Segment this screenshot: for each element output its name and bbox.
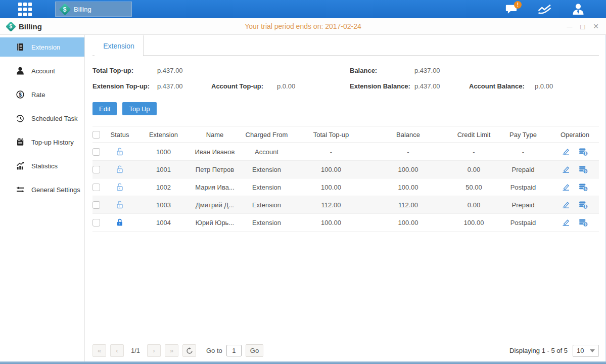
cell-total-topup: 112.00 xyxy=(298,196,364,214)
row-checkbox[interactable] xyxy=(92,166,100,173)
lock-closed-icon xyxy=(115,218,124,227)
sidebar-item-extension[interactable]: Extension xyxy=(0,37,84,57)
col-status: Status xyxy=(107,126,132,143)
cell-pay-type: Prepaid xyxy=(495,196,551,214)
cell-charged-from: Extension xyxy=(235,214,298,232)
window-bottom-edge xyxy=(0,361,606,364)
total-topup-label: Total Top-up: xyxy=(92,63,157,78)
last-page-button[interactable]: » xyxy=(165,344,178,357)
balance-label: Balance: xyxy=(350,63,414,78)
sidebar-item-general-settings[interactable]: General Settings xyxy=(0,180,84,199)
cell-credit-limit: - xyxy=(452,143,495,161)
edit-pencil-icon[interactable] xyxy=(562,201,571,209)
lock-open-icon xyxy=(115,200,124,209)
next-page-button[interactable]: › xyxy=(147,344,161,357)
edit-pencil-icon[interactable] xyxy=(562,165,571,173)
account-topup-label: Account Top-up: xyxy=(211,78,277,94)
window-controls: — □ ✕ xyxy=(567,23,599,30)
sliders-icon xyxy=(16,185,25,194)
minimize-icon[interactable]: — xyxy=(567,24,572,29)
lock-open-icon xyxy=(115,165,124,174)
tab-extension-label: Extension xyxy=(103,42,134,50)
extension-table-body: 1000 Иван Иванов Account - - - - xyxy=(92,143,599,232)
edit-pencil-icon[interactable] xyxy=(562,218,571,226)
cell-total-topup: - xyxy=(298,143,364,161)
cell-extension: 1003 xyxy=(132,196,195,214)
sidebar-item-account[interactable]: Account xyxy=(0,61,84,80)
topup-coins-icon[interactable]: $ xyxy=(579,218,588,227)
topup-coins-icon[interactable]: $ xyxy=(579,148,588,156)
svg-text:$: $ xyxy=(584,187,586,191)
extension-balance-label: Extension Balance: xyxy=(350,78,414,94)
cell-pay-type: Postpaid xyxy=(495,214,551,232)
balance-value: p.437.00 xyxy=(414,63,469,78)
select-all-checkbox[interactable] xyxy=(92,131,100,139)
cell-balance: - xyxy=(364,143,452,161)
extension-topup-value: p.437.00 xyxy=(157,78,211,94)
cell-balance: 100.00 xyxy=(364,178,452,196)
row-checkbox[interactable] xyxy=(92,201,100,209)
edit-pencil-icon[interactable] xyxy=(562,148,571,156)
topup-coins-icon[interactable]: $ xyxy=(579,201,588,209)
edit-button[interactable]: Edit xyxy=(92,102,117,115)
cell-total-topup: 100.00 xyxy=(298,161,364,178)
billing-diamond-icon: $ xyxy=(59,3,71,15)
goto-page-input[interactable] xyxy=(226,345,242,356)
tab-extension[interactable]: Extension xyxy=(95,35,144,56)
go-button[interactable]: Go xyxy=(246,344,263,357)
billing-summary: Total Top-up: p.437.00 Balance: p.437.00… xyxy=(92,63,599,94)
sidebar-item-rate[interactable]: $ Rate xyxy=(0,85,84,104)
row-checkbox[interactable] xyxy=(92,148,100,156)
user-icon[interactable] xyxy=(572,3,585,15)
row-checkbox[interactable] xyxy=(92,219,100,226)
cell-name: Мария Ива... xyxy=(195,178,235,196)
first-page-button[interactable]: « xyxy=(92,344,106,357)
topup-coins-icon[interactable]: $ xyxy=(579,183,588,192)
sidebar-item-statistics[interactable]: Statistics xyxy=(0,156,84,175)
top-up-button[interactable]: Top Up xyxy=(122,102,156,115)
billing-app-window: $ Billing ! xyxy=(0,0,606,364)
page-size-select[interactable]: 10 xyxy=(573,345,599,357)
sidebar-item-label: General Settings xyxy=(31,186,80,194)
message-icon[interactable]: ! xyxy=(505,4,518,15)
sidebar: Extension Account $ Rate xyxy=(0,35,85,361)
edit-pencil-icon[interactable] xyxy=(562,183,571,191)
sidebar-item-topup-history[interactable]: Top-up History xyxy=(0,132,84,152)
table-row: 1003 Дмитрий Д... Extension 112.00 112.0… xyxy=(92,196,599,214)
col-extension: Extension xyxy=(132,126,195,143)
action-buttons: Edit Top Up xyxy=(92,102,599,115)
cell-extension: 1002 xyxy=(132,178,195,196)
taskbar-tab-billing[interactable]: $ Billing xyxy=(55,2,132,17)
table-header-row: Status Extension Name Charged From Total… xyxy=(92,126,599,143)
svg-text:$: $ xyxy=(19,92,22,98)
chart-icon[interactable] xyxy=(538,4,551,15)
apps-grid-icon[interactable] xyxy=(18,3,32,16)
col-name: Name xyxy=(195,126,235,143)
cell-credit-limit: 100.00 xyxy=(452,214,495,232)
displaying-text: Displaying 1 - 5 of 5 xyxy=(509,347,568,354)
prev-page-button[interactable]: ‹ xyxy=(110,344,124,357)
sidebar-item-label: Statistics xyxy=(31,162,58,170)
cell-extension: 1001 xyxy=(132,161,195,178)
cell-pay-type: - xyxy=(495,143,551,161)
sidebar-item-scheduled-task[interactable]: Scheduled Task xyxy=(0,109,84,128)
main-content: Extension Total Top-up: p.437.00 Balance… xyxy=(85,35,606,361)
cell-name: Юрий Юрь... xyxy=(195,214,235,232)
notebook-icon xyxy=(16,138,25,147)
cell-name: Иван Иванов xyxy=(195,143,235,161)
table-row: 1004 Юрий Юрь... Extension 100.00 100.00… xyxy=(92,214,599,232)
table-row: 1000 Иван Иванов Account - - - - xyxy=(92,143,599,161)
close-icon[interactable]: ✕ xyxy=(593,23,599,30)
cell-charged-from: Account xyxy=(235,143,298,161)
topup-coins-icon[interactable]: $ xyxy=(579,165,588,174)
sidebar-item-label: Account xyxy=(31,67,55,75)
page-size-value: 10 xyxy=(577,347,584,354)
maximize-icon[interactable]: □ xyxy=(580,23,585,30)
goto-label: Go to xyxy=(206,347,222,354)
refresh-button[interactable] xyxy=(182,344,196,357)
cell-extension: 1004 xyxy=(132,214,195,232)
cell-pay-type: Postpaid xyxy=(495,178,551,196)
topbar-icons: ! xyxy=(505,0,585,18)
cell-charged-from: Extension xyxy=(235,178,298,196)
row-checkbox[interactable] xyxy=(92,184,100,191)
